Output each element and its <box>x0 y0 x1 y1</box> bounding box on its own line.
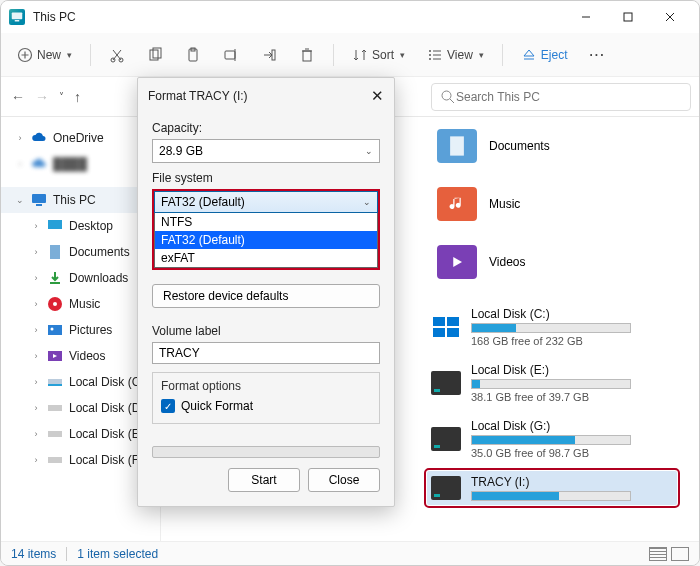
start-button[interactable]: Start <box>228 468 300 492</box>
svg-point-21 <box>429 50 431 52</box>
maximize-button[interactable] <box>607 2 649 32</box>
restore-defaults-button[interactable]: Restore device defaults <box>152 284 380 308</box>
sidebar-item-label: Videos <box>69 349 105 363</box>
capacity-select[interactable]: 28.9 GB⌄ <box>152 139 380 163</box>
view-details-button[interactable] <box>649 547 667 561</box>
drive-icon <box>47 452 63 468</box>
svg-point-22 <box>429 54 431 56</box>
filesystem-dropdown: NTFS FAT32 (Default) exFAT <box>154 213 378 268</box>
close-button[interactable] <box>649 2 691 32</box>
drive-g[interactable]: Local Disk (G:)35.0 GB free of 98.7 GB <box>427 415 677 463</box>
up-level-button[interactable]: ↑ <box>72 87 83 107</box>
svg-point-28 <box>442 91 451 100</box>
sidebar-item-label: Local Disk (F:) <box>69 453 146 467</box>
eject-button[interactable]: Eject <box>513 43 576 67</box>
search-input[interactable] <box>456 90 682 104</box>
toolbar: New▾ Sort▾ View▾ Eject ··· <box>1 33 699 77</box>
new-button[interactable]: New▾ <box>9 43 80 67</box>
copy-button[interactable] <box>139 43 171 67</box>
chevron-down-icon: ⌄ <box>363 197 371 207</box>
drive-tracy[interactable]: TRACY (I:) <box>427 471 677 505</box>
minimize-button[interactable] <box>565 2 607 32</box>
drive-space: 168 GB free of 232 GB <box>471 335 669 347</box>
sort-label: Sort <box>372 48 394 62</box>
format-dialog: Format TRACY (I:) ✕ Capacity: 28.9 GB⌄ F… <box>137 77 395 507</box>
search-box[interactable] <box>431 83 691 111</box>
sidebar-item-label: Local Disk (E:) <box>69 427 147 441</box>
separator <box>502 44 503 66</box>
svg-rect-30 <box>32 194 46 203</box>
svg-rect-43 <box>48 457 62 463</box>
windows-drive-icon <box>431 315 461 339</box>
svg-rect-15 <box>225 51 235 59</box>
quick-format-checkbox[interactable]: ✓Quick Format <box>161 399 371 413</box>
capacity-label: Capacity: <box>152 121 380 135</box>
check-icon: ✓ <box>161 399 175 413</box>
fs-option-fat32[interactable]: FAT32 (Default) <box>155 231 377 249</box>
svg-rect-41 <box>48 405 62 411</box>
filesystem-label: File system <box>152 171 380 185</box>
drive-icon <box>431 427 461 451</box>
chevron-down-icon: ▾ <box>479 50 484 60</box>
svg-line-29 <box>450 99 454 103</box>
drive-icon <box>47 374 63 390</box>
folder-documents[interactable]: Documents <box>437 129 550 163</box>
new-label: New <box>37 48 61 62</box>
view-button[interactable]: View▾ <box>419 43 492 67</box>
drive-name: Local Disk (E:) <box>471 363 669 377</box>
eject-label: Eject <box>541 48 568 62</box>
volume-label-input[interactable] <box>152 342 380 364</box>
folder-music[interactable]: Music <box>437 187 520 221</box>
format-options-label: Format options <box>161 379 371 393</box>
fs-option-exfat[interactable]: exFAT <box>155 249 377 267</box>
sidebar-item-label: This PC <box>53 193 96 207</box>
fs-option-ntfs[interactable]: NTFS <box>155 213 377 231</box>
up-button[interactable]: ˅ <box>57 89 66 104</box>
chevron-down-icon: ⌄ <box>365 146 373 156</box>
share-button[interactable] <box>253 43 285 67</box>
svg-rect-32 <box>48 220 62 229</box>
view-tiles-button[interactable] <box>671 547 689 561</box>
paste-button[interactable] <box>177 43 209 67</box>
music-icon <box>437 187 477 221</box>
close-dialog-button[interactable]: Close <box>308 468 380 492</box>
more-button[interactable]: ··· <box>582 44 614 66</box>
drive-c[interactable]: Local Disk (C:)168 GB free of 232 GB <box>427 303 677 351</box>
sidebar-item-label: Downloads <box>69 271 128 285</box>
sidebar-item-label: ████ <box>53 157 87 171</box>
drive-e[interactable]: Local Disk (E:)38.1 GB free of 39.7 GB <box>427 359 677 407</box>
forward-button[interactable]: → <box>33 87 51 107</box>
window-title: This PC <box>33 10 565 24</box>
monitor-icon <box>31 192 47 208</box>
cut-button[interactable] <box>101 43 133 67</box>
svg-rect-0 <box>12 13 23 20</box>
svg-rect-42 <box>48 431 62 437</box>
documents-icon <box>437 129 477 163</box>
sidebar-item-label: Music <box>69 297 100 311</box>
pictures-icon <box>47 322 63 338</box>
rename-button[interactable] <box>215 43 247 67</box>
cloud-icon <box>31 156 47 172</box>
usage-bar <box>471 435 631 445</box>
sidebar-item-label: Local Disk (C:) <box>69 375 148 389</box>
dialog-close-button[interactable]: ✕ <box>371 87 384 105</box>
svg-rect-44 <box>450 136 464 155</box>
drive-space: 38.1 GB free of 39.7 GB <box>471 391 669 403</box>
title-bar: This PC <box>1 1 699 33</box>
capacity-value: 28.9 GB <box>159 144 203 158</box>
sidebar-item-label: Desktop <box>69 219 113 233</box>
back-button[interactable]: ← <box>9 87 27 107</box>
sidebar-item-label: OneDrive <box>53 131 104 145</box>
usage-bar <box>471 379 631 389</box>
filesystem-select[interactable]: FAT32 (Default)⌄ <box>154 191 378 213</box>
folder-videos[interactable]: Videos <box>437 245 525 279</box>
videos-icon <box>437 245 477 279</box>
sort-button[interactable]: Sort▾ <box>344 43 413 67</box>
delete-button[interactable] <box>291 43 323 67</box>
svg-rect-18 <box>303 51 311 61</box>
drive-icon <box>47 426 63 442</box>
svg-point-35 <box>53 302 57 306</box>
drive-name: TRACY (I:) <box>471 475 669 489</box>
volume-label-label: Volume label <box>152 324 380 338</box>
svg-point-37 <box>51 328 54 331</box>
